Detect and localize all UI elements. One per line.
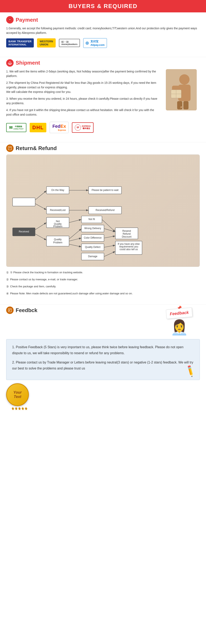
shipment-p4: 4. If you have not got it within the shi… bbox=[6, 108, 159, 117]
star-row: ★★★★★ bbox=[6, 407, 33, 411]
feedback-box: 1. Positive Feedback (5 Stars) is very i… bbox=[6, 339, 200, 380]
svg-line-64 bbox=[104, 252, 115, 256]
shipment-person-image: 📦 bbox=[166, 69, 197, 110]
return-refund-section: ↩ Return& Refund Not Received bbox=[0, 144, 206, 302]
badge-area: Your Text ★★★★★ bbox=[6, 383, 200, 410]
svg-text:Resend: Resend bbox=[122, 230, 131, 232]
payment-section: $ Payment 1.Generally, we accept the fol… bbox=[0, 16, 206, 55]
refund-note-2: ② Please contact us by meesage, e-mail, … bbox=[6, 277, 200, 282]
svg-point-4 bbox=[179, 74, 190, 85]
shipment-heading: Shipment bbox=[16, 60, 40, 66]
shipment-section: Shipment 1. We will sent the items withi… bbox=[0, 59, 206, 140]
shipment-p3: 3. When you receive the items you ordere… bbox=[6, 96, 159, 106]
feedback-title-area: Feedbck bbox=[6, 306, 37, 316]
svg-text:Received/Refund: Received/Refund bbox=[96, 209, 114, 212]
svg-text:📦: 📦 bbox=[180, 106, 183, 109]
svg-line-45 bbox=[69, 229, 81, 239]
svg-line-63 bbox=[104, 245, 115, 247]
refund-notes: ① ① Please check the tracking in formati… bbox=[6, 270, 200, 296]
svg-text:requirements you: requirements you bbox=[119, 245, 138, 248]
svg-text:Not fit: Not fit bbox=[88, 218, 95, 221]
flowchart: Not Received On the Way Please be patien… bbox=[10, 159, 196, 262]
feedback-card-text: Feedback bbox=[170, 310, 189, 316]
western-union-text: WESTERNUNION bbox=[40, 40, 53, 46]
alipay-icon: ◎ bbox=[86, 41, 89, 45]
svg-text:Refund: Refund bbox=[122, 232, 131, 236]
svg-text:↩: ↩ bbox=[9, 146, 11, 149]
svg-line-38 bbox=[69, 220, 81, 223]
svg-text:Problem: Problem bbox=[53, 225, 62, 228]
feedback-person: 👩‍💼 bbox=[159, 319, 200, 336]
carrier-logos-row: ✉ 中国邮政 CHINA POST DHL FedEx Express SF E… bbox=[6, 122, 200, 133]
feedback-image-area: 📌 Feedback 👩‍💼 bbox=[159, 306, 200, 336]
svg-text:Not Received: Not Received bbox=[16, 200, 31, 203]
refund-note-1: ① ① Please check the tracking in formati… bbox=[6, 270, 200, 275]
china-post-logo: ✉ 中国邮政 CHINA POST bbox=[6, 123, 26, 132]
feedback-header-row: Feedbck 📌 Feedback 👩‍💼 bbox=[6, 306, 200, 336]
svg-text:could also tell us: could also tell us bbox=[119, 248, 138, 251]
feedback-p1: 1. Positive Feedback (5 Stars) is very i… bbox=[12, 344, 194, 356]
shipment-title-row: Shipment bbox=[6, 59, 200, 67]
payment-logos-row: BANK TRANSFERINTERNATIONAL WESTERNUNION … bbox=[6, 38, 200, 48]
western-union-logo: WESTERNUNION bbox=[37, 38, 56, 48]
svg-text:$: $ bbox=[9, 18, 10, 21]
return-refund-heading: Return& Refund bbox=[16, 145, 57, 152]
payment-title-row: $ Payment bbox=[6, 16, 200, 24]
svg-text:Not: Not bbox=[56, 220, 60, 223]
svg-rect-7 bbox=[183, 86, 191, 98]
feedback-icon bbox=[6, 306, 14, 314]
alipay-text: 支付宝Alipay.com bbox=[91, 40, 104, 46]
flowchart-container: Not Received On the Way Please be patien… bbox=[6, 154, 200, 267]
refund-note-4: ④ Please Note: Men made defects are not … bbox=[6, 291, 200, 296]
return-refund-title-row: ↩ Return& Refund bbox=[6, 144, 200, 152]
svg-text:Color Difference: Color Difference bbox=[84, 236, 102, 240]
svg-text:If you have any else: If you have any else bbox=[118, 243, 140, 246]
svg-text:Discount: Discount bbox=[122, 236, 131, 238]
svg-text:On the Way: On the Way bbox=[51, 189, 64, 192]
svg-line-33 bbox=[35, 223, 47, 230]
refund-note-3: ③ Check the package and Item, carefully. bbox=[6, 284, 200, 289]
sf-express-logo: SF EXPRESS顺丰速运 bbox=[72, 122, 94, 133]
shipment-p2: 2.The shipment by China Post Registered … bbox=[6, 80, 159, 94]
your-text-badge: Your Text bbox=[6, 383, 29, 406]
shipment-image-area: 📦 bbox=[163, 69, 200, 119]
svg-text:Problem: Problem bbox=[53, 241, 62, 244]
svg-line-41 bbox=[35, 234, 47, 240]
svg-text:Quality: Quality bbox=[54, 238, 62, 241]
alipay-logo: ◎ 支付宝Alipay.com bbox=[83, 38, 107, 48]
svg-text:Received: Received bbox=[19, 230, 29, 233]
moneybookers-text: ((( ○ )))moneybookers bbox=[61, 40, 78, 46]
svg-line-51 bbox=[69, 244, 81, 247]
svg-line-62 bbox=[104, 236, 115, 238]
your-text-label: Your Text bbox=[11, 390, 24, 399]
shipment-p1: 1. We will sent the items within 2-5days… bbox=[6, 69, 159, 78]
page-title: BUYERS & REQUIRED bbox=[0, 3, 206, 10]
return-icon: ↩ bbox=[6, 144, 14, 152]
dhl-logo: DHL bbox=[30, 123, 46, 132]
svg-rect-9 bbox=[183, 101, 189, 110]
svg-text:Damage: Damage bbox=[88, 255, 98, 258]
payment-description: 1.Generally, we accept the following pay… bbox=[6, 26, 200, 35]
svg-text:Please be patient to wait: Please be patient to wait bbox=[92, 189, 119, 192]
dhl-text: DHL bbox=[32, 125, 44, 130]
shipment-text-block: 1. We will sent the items within 2-5days… bbox=[6, 69, 159, 119]
svg-text:Received/Lost: Received/Lost bbox=[50, 209, 66, 212]
bank-transfer-text: BANK TRANSFERINTERNATIONAL bbox=[8, 40, 31, 46]
feedback-section: Feedbck 📌 Feedback 👩‍💼 1. Positive Feedb… bbox=[0, 306, 206, 414]
page-header: BUYERS & REQUIRED bbox=[0, 0, 206, 12]
payment-heading: Payment bbox=[16, 17, 38, 23]
svg-line-25 bbox=[35, 204, 47, 210]
moneybookers-logo: ((( ○ )))moneybookers bbox=[59, 39, 80, 47]
payment-icon: $ bbox=[6, 16, 14, 24]
star-badge-container: Your Text ★★★★★ bbox=[6, 383, 33, 410]
feedback-title-row: Feedbck bbox=[6, 306, 37, 314]
svg-text:Quality Defect: Quality Defect bbox=[85, 246, 101, 248]
svg-text:Wrong Delivery: Wrong Delivery bbox=[84, 227, 101, 230]
feedback-heading: Feedbck bbox=[16, 307, 37, 314]
shipment-content: 1. We will sent the items within 2-5days… bbox=[6, 69, 200, 119]
feedback-p2: 2. Please contact us by Trade Manager or… bbox=[12, 360, 194, 372]
svg-point-2 bbox=[9, 63, 11, 64]
shipment-icon bbox=[6, 59, 14, 67]
bank-transfer-logo: BANK TRANSFERINTERNATIONAL bbox=[6, 38, 34, 48]
svg-line-19 bbox=[35, 191, 47, 200]
